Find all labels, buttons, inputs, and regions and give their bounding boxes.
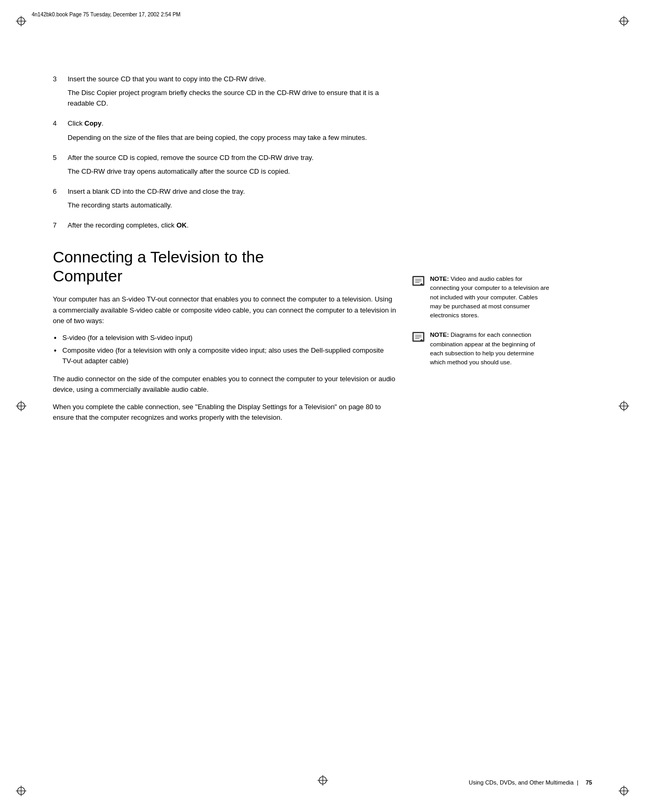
page: 4n142bk0.book Page 75 Tuesday, December … [0,0,645,812]
step-3-number: 3 [53,74,68,109]
reg-mark-top-right [619,16,629,26]
step-7-content: After the recording completes, click OK. [68,220,396,231]
note-box-2: NOTE: Diagrams for each connection combi… [412,331,549,367]
step-4-main-plain: Click [68,119,85,127]
header-bar: 4n142bk0.book Page 75 Tuesday, December … [32,12,181,17]
bullet-list: S-video (for a television with S-video i… [53,333,396,366]
section-heading-line1: Connecting a Television to the [53,248,264,266]
section-heading-line2: Computer [53,267,123,285]
section-para3: When you complete the cable connection, … [53,402,396,423]
reg-mark-mid-left [16,401,26,411]
note-icon-1 [412,276,427,288]
footer-text: Using CDs, DVDs, and Other Multimedia [469,779,574,786]
bullet-item-2: Composite video (for a television with o… [53,345,396,366]
step-3-sub: The Disc Copier project program briefly … [68,88,396,109]
step-6-sub: The recording starts automatically. [68,200,396,211]
step-7-main-plain: After the recording completes, click [68,221,176,229]
step-5: 5 After the source CD is copied, remove … [53,153,396,177]
note-icon-2 [412,332,427,344]
note-box-1: NOTE: Video and audio cables for connect… [412,275,549,320]
step-7-main: After the recording completes, click OK. [68,220,396,231]
step-4-main-bold: Copy [85,119,102,127]
note-text-1: NOTE: Video and audio cables for connect… [430,275,549,320]
step-5-sub: The CD-RW drive tray opens automatically… [68,166,396,177]
main-content: 3 Insert the source CD that you want to … [53,74,613,429]
step-3: 3 Insert the source CD that you want to … [53,74,396,109]
step-7: 7 After the recording completes, click O… [53,220,396,231]
footer-separator: | [577,779,578,786]
reg-mark-mid-right [619,401,629,411]
step-7-number: 7 [53,220,68,231]
step-6-main: Insert a blank CD into the CD-RW drive a… [68,186,396,197]
left-column: 3 Insert the source CD that you want to … [53,74,412,429]
step-5-main: After the source CD is copied, remove th… [68,153,396,163]
bullet-item-1: S-video (for a television with S-video i… [53,333,396,343]
reg-mark-bottom-left [16,786,26,796]
step-5-content: After the source CD is copied, remove th… [68,153,396,177]
step-6-number: 6 [53,186,68,211]
step-6: 6 Insert a blank CD into the CD-RW drive… [53,186,396,211]
right-column: NOTE: Video and audio cables for connect… [412,74,549,429]
note-text-2: NOTE: Diagrams for each connection combi… [430,331,549,367]
reg-mark-top-left [16,16,26,26]
footer-page: 75 [586,779,592,786]
section-heading: Connecting a Television to the Computer [53,248,396,286]
note-label-2: NOTE: [430,332,449,338]
step-4-sub: Depending on the size of the files that … [68,133,396,143]
footer: Using CDs, DVDs, and Other Multimedia | … [0,779,645,786]
step-3-main: Insert the source CD that you want to co… [68,74,396,84]
header-text: 4n142bk0.book Page 75 Tuesday, December … [32,12,181,17]
step-4-main-end: . [101,119,104,127]
step-5-number: 5 [53,153,68,177]
step-7-main-end: . [186,221,189,229]
note-content-1: Video and audio cables for connecting yo… [430,276,549,318]
step-4-content: Click Copy. Depending on the size of the… [68,118,396,143]
section-para2: The audio connector on the side of the c… [53,374,396,395]
section-intro: Your computer has an S-video TV-out conn… [53,294,396,326]
note-label-1: NOTE: [430,276,449,282]
step-4: 4 Click Copy. Depending on the size of t… [53,118,396,143]
step-7-main-bold: OK [176,221,187,229]
step-3-content: Insert the source CD that you want to co… [68,74,396,109]
step-6-content: Insert a blank CD into the CD-RW drive a… [68,186,396,211]
step-4-number: 4 [53,118,68,143]
reg-mark-bottom-right [619,786,629,796]
step-4-main: Click Copy. [68,118,396,129]
